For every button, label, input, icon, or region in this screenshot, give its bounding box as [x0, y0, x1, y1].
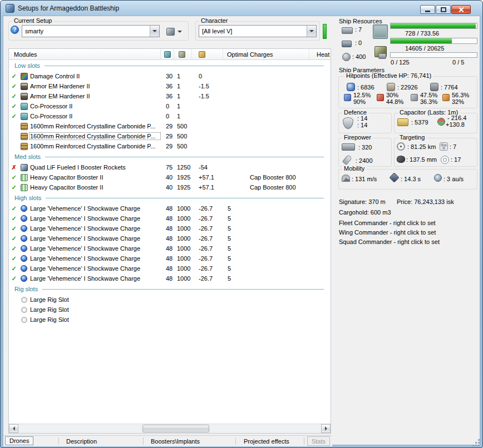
table-header: Modules Optimal Charges Heat: [9, 49, 331, 60]
module-row[interactable]: 1600mm Reinforced Crystalline Carbonide …: [9, 141, 331, 151]
module-powergrid-value: 1000: [174, 265, 192, 272]
powergrid-column-header[interactable]: [174, 49, 192, 59]
module-row[interactable]: Large 'Vehemence' I Shockwave Charge 48 …: [9, 213, 331, 223]
tab-drones[interactable]: Drones: [5, 436, 33, 445]
module-name: 1600mm Reinforced Crystalline Carbonide …: [29, 142, 161, 150]
module-icon: [21, 297, 27, 303]
dronebay-usage-text: 0 / 125: [391, 59, 410, 66]
module-row[interactable]: 1600mm Reinforced Crystalline Carbonide …: [9, 131, 331, 141]
signature-text: Signature: 370 m: [339, 198, 386, 206]
tab-description[interactable]: Description: [62, 437, 101, 446]
calibration-icon: [342, 53, 351, 61]
shield-hp-value: : 6836: [357, 84, 374, 91]
squad-commander-text[interactable]: Squad Commander - right click to set: [339, 238, 440, 246]
setup-select[interactable]: smarty: [22, 25, 160, 37]
module-capacitor-value: -26.7: [192, 245, 223, 252]
module-charges-value: Cap Booster 800: [247, 174, 309, 181]
warp-speed-icon: [434, 174, 442, 182]
module-powergrid-value: 1000: [174, 245, 192, 252]
capacitor-column-header[interactable]: [192, 49, 223, 59]
module-icon: [21, 307, 27, 313]
close-button[interactable]: [451, 5, 471, 14]
module-row[interactable]: Large Rig Slot: [9, 305, 331, 315]
armor-icon: [387, 83, 395, 91]
module-row[interactable]: Armor EM Hardener II 36 1 -1.5: [9, 91, 331, 101]
module-row[interactable]: Large Rig Slot: [9, 295, 331, 305]
scroll-right-button[interactable]: [321, 424, 331, 433]
character-label: Character: [199, 17, 229, 24]
module-icon: [21, 93, 28, 100]
module-name: Large 'Vehemence' I Shockwave Charge: [29, 275, 161, 282]
module-status-icon: [11, 184, 16, 191]
module-name: Large 'Vehemence' I Shockwave Charge: [29, 235, 161, 242]
character-select[interactable]: [All level V]: [199, 25, 317, 37]
targeting-label: Targeting: [398, 134, 426, 141]
max-targets-icon: [440, 142, 448, 151]
setup-tools-button[interactable]: [165, 26, 186, 37]
resize-grip[interactable]: [472, 439, 480, 447]
minimize-button[interactable]: [420, 5, 435, 14]
module-row[interactable]: Co-Processor II 0 1: [9, 101, 331, 111]
price-text: Price: 76,243,133 isk: [397, 198, 454, 206]
module-cpu-value: 0: [161, 103, 174, 109]
module-row[interactable]: Large 'Vehemence' I Shockwave Charge 48 …: [9, 223, 331, 233]
module-status-icon: [11, 215, 16, 222]
warp-speed-value: : 3 au/s: [443, 176, 464, 183]
module-cpu-value: 29: [161, 123, 174, 130]
max-velocity-icon: [342, 175, 350, 182]
powergrid-column-icon: [179, 51, 185, 58]
module-icon: [21, 215, 27, 222]
module-powergrid-value: 1: [174, 73, 192, 79]
slot-section-line: [42, 289, 324, 290]
module-row[interactable]: 1600mm Reinforced Crystalline Carbonide …: [9, 121, 331, 131]
module-row[interactable]: Large 'Vehemence' I Shockwave Charge 48 …: [9, 263, 331, 273]
stats-button[interactable]: Stats: [307, 436, 330, 446]
module-row[interactable]: Heavy Capacitor Booster II 40 1925 +57.1…: [9, 182, 331, 192]
module-capacitor-value: -54: [192, 164, 223, 171]
module-row[interactable]: Large 'Vehemence' I Shockwave Charge 48 …: [9, 233, 331, 243]
character-dropdown-button[interactable]: [307, 26, 316, 37]
module-capacitor-value: +57.1: [192, 174, 223, 181]
module-status-icon: [11, 235, 16, 242]
charges-column-header[interactable]: Charges: [247, 49, 309, 59]
module-name: Co-Processor II: [29, 112, 161, 120]
cpu-column-header[interactable]: [161, 49, 174, 59]
module-row[interactable]: Damage Control II 30 1 0: [9, 71, 331, 81]
module-row[interactable]: Large 'Vehemence' I Shockwave Charge 48 …: [9, 243, 331, 253]
tab-projected-effects[interactable]: Projected effects: [240, 437, 293, 446]
scrollbar-thumb[interactable]: [142, 425, 209, 432]
module-powergrid-value: 500: [174, 123, 192, 130]
agility-value: : 14.3 s: [401, 176, 421, 183]
module-row[interactable]: Co-Processor II 0 1: [9, 111, 331, 121]
fleet-commander-text[interactable]: Fleet Commander - right click to set: [339, 220, 436, 227]
slot-section-label: Med slots: [14, 153, 41, 160]
tab-boosters-implants[interactable]: Boosters\Implants: [147, 437, 204, 446]
module-row[interactable]: Large 'Vehemence' I Shockwave Charge 48 …: [9, 203, 331, 213]
module-capacitor-value: 0: [192, 73, 223, 79]
titlebar[interactable]: Setups for Armageddon Battleship: [1, 1, 482, 16]
module-row[interactable]: Quad LiF Fueled I Booster Rockets 75 125…: [9, 162, 331, 172]
setup-dropdown-button[interactable]: [150, 26, 159, 37]
help-icon[interactable]: ?: [11, 26, 19, 34]
firepower-label: Firepower: [342, 134, 373, 141]
maximize-button[interactable]: [436, 5, 451, 14]
module-status-icon: [11, 113, 16, 120]
module-status-icon: [11, 103, 16, 109]
module-row[interactable]: Heavy Capacitor Booster II 40 1925 +57.1…: [9, 172, 331, 182]
module-row[interactable]: Large Rig Slot: [9, 315, 331, 325]
module-row[interactable]: Large 'Vehemence' I Shockwave Charge 48 …: [9, 273, 331, 283]
wing-commander-text[interactable]: Wing Commander - right click to set: [339, 229, 436, 236]
optimal-column-header[interactable]: Optimal: [223, 49, 247, 59]
module-row[interactable]: Armor EM Hardener II 36 1 -1.5: [9, 81, 331, 91]
scroll-left-button[interactable]: [9, 424, 18, 433]
max-velocity-value: : 131 m/s: [352, 176, 377, 183]
structure-hp-value: : 7764: [441, 84, 458, 91]
module-row[interactable]: Large 'Vehemence' I Shockwave Charge 48 …: [9, 253, 331, 263]
heat-column-header[interactable]: Heat: [309, 49, 331, 59]
cpu-column-icon: [164, 51, 171, 58]
horizontal-scrollbar[interactable]: [9, 424, 331, 433]
module-capacitor-value: -26.7: [192, 225, 223, 232]
cpu-chip-icon: [373, 24, 388, 39]
drones-count-text: 0 / 5: [452, 59, 464, 66]
modules-column-header[interactable]: Modules: [9, 49, 161, 59]
